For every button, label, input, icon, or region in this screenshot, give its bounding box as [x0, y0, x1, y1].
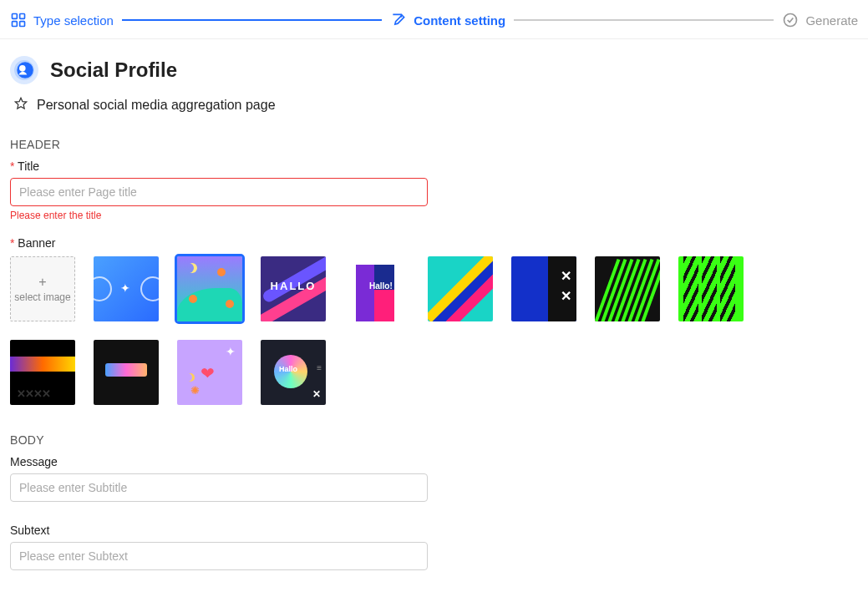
- banner-grid: + select image ✦ HALLO Hallo! ✕✕ ✕✕✕✕ ✦❤…: [10, 256, 787, 405]
- step-label: Content setting: [414, 13, 505, 28]
- title-label: Title: [10, 159, 865, 173]
- svg-rect-1: [20, 14, 25, 19]
- content-scroll[interactable]: Social Profile Personal social media agg…: [0, 39, 868, 588]
- banner-thumb[interactable]: ✕✕✕✕: [10, 340, 75, 405]
- edit-icon: [390, 12, 407, 28]
- banner-thumb[interactable]: [678, 256, 744, 321]
- page-subtitle: Personal social media aggregation page: [37, 98, 276, 113]
- svg-rect-3: [20, 22, 25, 27]
- banner-thumb[interactable]: [595, 256, 660, 321]
- svg-point-6: [17, 62, 33, 78]
- banner-thumb[interactable]: [428, 256, 493, 321]
- banner-thumb[interactable]: Hallo!: [344, 256, 409, 321]
- star-icon[interactable]: [13, 96, 28, 114]
- profile-chat-icon: [10, 56, 38, 84]
- page-header: Social Profile: [10, 39, 865, 91]
- upload-label: select image: [14, 291, 70, 303]
- banner-thumb[interactable]: ✦: [94, 256, 159, 321]
- page-title: Social Profile: [50, 58, 177, 82]
- grid-icon: [10, 12, 27, 28]
- subtitle-row: Personal social media aggregation page: [10, 91, 865, 131]
- subtext-input[interactable]: [10, 542, 428, 570]
- step-type-selection[interactable]: Type selection: [10, 12, 114, 28]
- step-content-setting[interactable]: Content setting: [390, 12, 505, 28]
- wizard-stepper: Type selection Content setting Generate: [0, 0, 868, 39]
- banner-label: Banner: [10, 236, 865, 250]
- message-label: Message: [10, 455, 865, 468]
- step-label: Generate: [805, 13, 858, 28]
- title-input[interactable]: [10, 178, 428, 206]
- section-body-label: BODY: [10, 433, 865, 447]
- step-label: Type selection: [33, 13, 114, 28]
- svg-rect-0: [13, 14, 18, 19]
- step-connector: [514, 19, 774, 21]
- banner-thumb[interactable]: [94, 340, 159, 405]
- section-header-label: HEADER: [10, 138, 865, 151]
- message-input[interactable]: [10, 473, 428, 502]
- step-generate[interactable]: Generate: [782, 12, 858, 28]
- svg-point-7: [19, 65, 26, 72]
- title-error: Please enter the title: [10, 210, 865, 221]
- step-connector: [122, 19, 382, 21]
- subtext-label: Subtext: [10, 524, 865, 537]
- banner-thumb[interactable]: [177, 256, 242, 321]
- svg-rect-2: [13, 22, 18, 27]
- plus-icon: +: [38, 274, 46, 290]
- banner-thumb[interactable]: HALLO: [261, 256, 326, 321]
- banner-thumb[interactable]: ✕✕: [511, 256, 576, 321]
- check-circle-icon: [782, 12, 799, 28]
- banner-upload[interactable]: + select image: [10, 256, 75, 321]
- banner-thumb[interactable]: Hallo≡✕: [261, 340, 326, 405]
- svg-point-4: [784, 14, 797, 27]
- banner-thumb[interactable]: ✦❤✺: [177, 340, 242, 405]
